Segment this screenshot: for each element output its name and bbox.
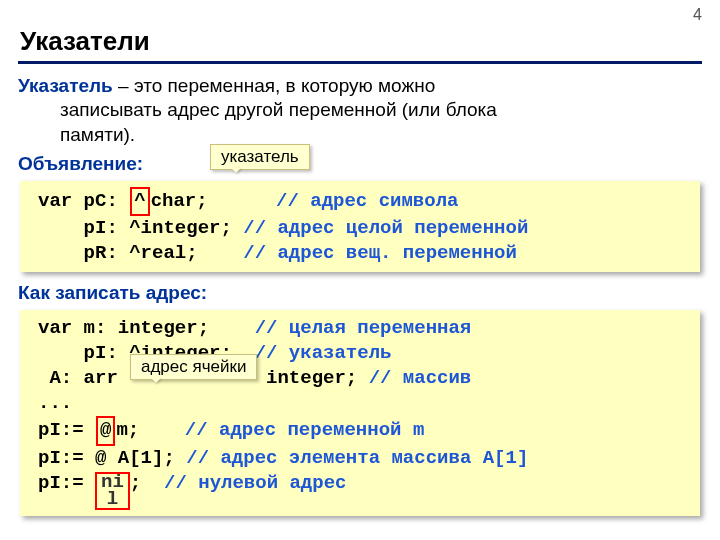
title-rule xyxy=(18,61,702,64)
c2-l5c: // адрес переменной m xyxy=(185,419,424,441)
code-block-write: var m: integer; // целая переменная pI: … xyxy=(20,310,700,516)
code-block-declaration: var pC: ^char; // адрес символа pI: ^int… xyxy=(20,181,700,272)
c1-l1c: // адрес символа xyxy=(276,190,458,212)
c2-l5b: m; xyxy=(116,419,184,441)
definition-text: Указатель – это переменная, в которую мо… xyxy=(18,74,702,147)
c1-l1b: char; xyxy=(151,190,276,212)
callout-pointer-wrapper: указатель xyxy=(210,144,310,170)
page-title: Указатели xyxy=(20,26,720,57)
c2-l5a: pI:= xyxy=(38,419,95,441)
page-number: 4 xyxy=(693,6,702,24)
c2-l6c: // адрес элемента массива A[1] xyxy=(186,447,528,469)
write-address-heading: Как записать адрес: xyxy=(18,282,702,304)
def-tail1: – это переменная, в которую можно xyxy=(113,75,435,96)
c2-l2c: // указатель xyxy=(255,342,392,364)
term-pointer: Указатель xyxy=(18,75,113,96)
c2-l3c: // массив xyxy=(369,367,472,389)
c1-l3a: pR: ^real; xyxy=(38,242,243,264)
declaration-heading: Объявление: xyxy=(18,153,702,175)
c1-l2a: pI: ^integer; xyxy=(38,217,243,239)
def-line3: памяти). xyxy=(60,123,702,147)
c2-l1c: // целая переменная xyxy=(255,317,472,339)
at-highlight: @ xyxy=(96,416,115,445)
def-line2: записывать адрес другой переменной (или … xyxy=(60,98,702,122)
c2-l1a: var m: integer; xyxy=(38,317,255,339)
c2-l7b: ; xyxy=(130,472,164,494)
nil-highlight: nil xyxy=(95,472,130,510)
c2-l4: ... xyxy=(38,392,72,414)
caret-highlight: ^ xyxy=(130,187,149,216)
c2-l7a: pI:= xyxy=(38,472,95,494)
c1-l3c: // адрес вещ. переменной xyxy=(243,242,517,264)
callout-pointer: указатель xyxy=(210,144,310,170)
c2-l7c: // нулевой адрес xyxy=(164,472,346,494)
callout-cell-address: адрес ячейки xyxy=(130,354,257,380)
nil-bot: l xyxy=(107,488,118,510)
c2-l6a: pI:= @ A[1]; xyxy=(38,447,186,469)
callout-cell-wrapper: адрес ячейки xyxy=(130,354,257,380)
c1-l1a: var pC: xyxy=(38,190,129,212)
c1-l2c: // адрес целой переменной xyxy=(243,217,528,239)
